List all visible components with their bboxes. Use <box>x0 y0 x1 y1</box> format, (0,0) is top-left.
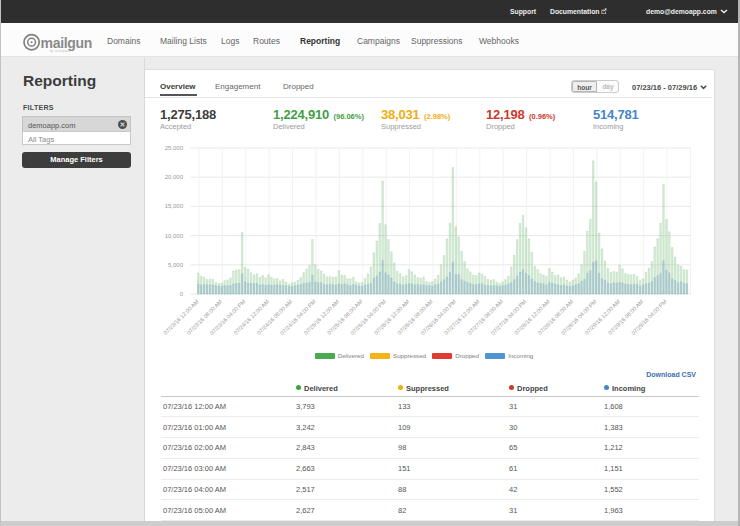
svg-text:20,000: 20,000 <box>165 174 184 180</box>
svg-text:0: 0 <box>180 291 184 297</box>
svg-text:15,000: 15,000 <box>165 203 184 209</box>
svg-text:25,000: 25,000 <box>165 145 184 151</box>
svg-text:5,000: 5,000 <box>168 262 184 268</box>
svg-text:by rackspace: by rackspace <box>50 49 70 53</box>
svg-text:10,000: 10,000 <box>165 233 184 239</box>
